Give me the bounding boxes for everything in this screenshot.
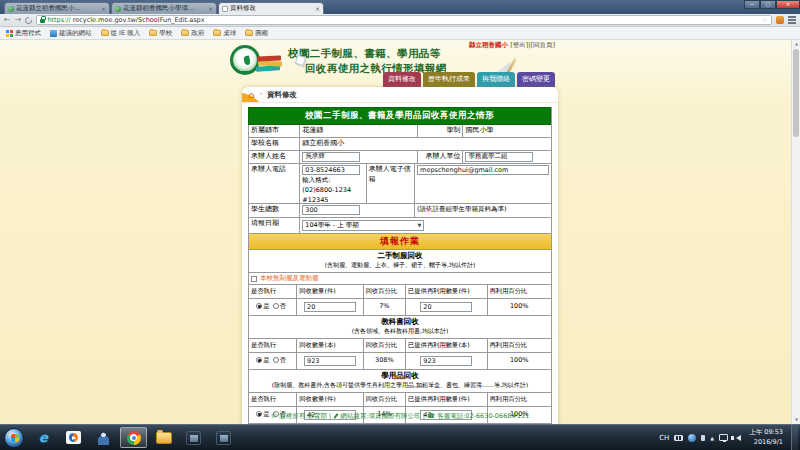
home-icon[interactable]: ⌂ — [248, 90, 254, 100]
bookmarks-bar: 應用程式 建議的網站 從 IE 匯入 學校 政府 桌球 圖鑑 — [0, 27, 800, 40]
contact-name-label: 承辦人姓名 — [249, 151, 300, 165]
radio-yes[interactable] — [256, 357, 262, 363]
section-note: (含各領域、各科教科用書,均以本計) — [251, 327, 549, 336]
window-controls: — ▢ ✕ — [744, 0, 800, 9]
school-type-label: 學制 — [418, 125, 463, 138]
scroll-down-icon[interactable]: ▼ — [792, 416, 800, 424]
bookmark-suggested-sites[interactable]: 建議的網站 — [50, 29, 92, 38]
students-note: (請依註冊組學生學籍資料為準) — [415, 204, 551, 218]
browser-tab-1[interactable]: 花蓮縣立稻香國民小... × — [4, 2, 110, 14]
logout-link[interactable]: [登出] — [510, 41, 528, 49]
ie-icon: e — [39, 430, 48, 445]
taskbar-clock[interactable]: 上午 09:53 2016/9/1 — [749, 428, 783, 448]
bookmark-folder-school[interactable]: 學校 — [149, 29, 172, 38]
row-period: 填報日期 104學年 - 上 學期 ▼ — [248, 218, 551, 234]
reload-icon[interactable] — [25, 17, 32, 24]
close-button[interactable]: ✕ — [776, 0, 800, 9]
scrollbar-thumb[interactable] — [793, 49, 799, 137]
email-input[interactable] — [417, 165, 549, 175]
col-exec: 是否執行 — [249, 285, 297, 299]
col-reuse: 已提供再利用數量(件) — [406, 285, 488, 299]
https-lock-icon[interactable] — [40, 19, 45, 23]
scroll-up-icon[interactable]: ▲ — [792, 40, 800, 48]
uniform-qty-input[interactable] — [304, 302, 356, 312]
back-icon[interactable]: ← — [4, 15, 11, 25]
page-viewport: 縣立稻香國小 [登出]|[回首頁] 校園二手制服、書籍、學用品等 回收再使用之執… — [0, 40, 800, 424]
bookmark-folder-gov[interactable]: 政府 — [181, 29, 204, 38]
address-bar[interactable]: https:// recycle.moe.gov.tw/SchoolFun_Ed… — [36, 15, 772, 25]
taskbar-explorer[interactable] — [150, 427, 177, 448]
nav-history-results[interactable]: 歷年執行成果 — [423, 72, 475, 87]
bookmark-folder-ie-import[interactable]: 從 IE 匯入 — [101, 29, 141, 38]
forward-icon[interactable]: → — [15, 15, 22, 25]
taskbar-app-dark-1[interactable] — [180, 427, 207, 448]
taskbar-ie[interactable]: e — [30, 427, 57, 448]
language-indicator[interactable]: CH — [659, 434, 669, 442]
section-note: (含制服、運動服、上衣、褲子、裙子、帽子等,均以件計) — [251, 261, 549, 270]
taskbar-chrome-active[interactable] — [120, 427, 147, 448]
radio-no[interactable] — [273, 357, 279, 363]
taskbar-app-dark-2[interactable] — [210, 427, 237, 448]
radio-no[interactable] — [273, 303, 279, 309]
speaker-icon[interactable] — [733, 435, 741, 441]
unit-input[interactable] — [465, 152, 533, 162]
contact-name-input[interactable] — [302, 152, 360, 162]
windows-taskbar: e CH ▲ 上午 09:53 2016/9/1 — [0, 424, 800, 450]
home-page-link[interactable]: [回首頁] — [530, 41, 555, 49]
nav-change-password[interactable]: 密碼變更 — [517, 72, 555, 87]
extension-icon[interactable] — [776, 16, 784, 24]
section-name: 教科書回收 — [251, 317, 549, 327]
report-section-title: 填報作業 — [248, 234, 551, 250]
nav-data-edit[interactable]: 資料修改 — [383, 72, 421, 87]
period-select[interactable]: 104學年 - 上 學期 ▼ — [302, 220, 424, 231]
user-greeting: 縣立稻香國小 [登出]|[回首頁] — [469, 41, 555, 50]
hamburger-menu-icon[interactable] — [788, 16, 796, 18]
footer-service-phone: 客服電話:02-6630-0668#111 — [437, 412, 529, 420]
bookmark-folder-pingpong[interactable]: 桌球 — [213, 29, 236, 38]
bookmark-folder-catalog[interactable]: 圖鑑 — [245, 29, 268, 38]
browser-tab-active[interactable]: 資料修改 × — [218, 2, 324, 14]
textbook-reuse-input[interactable] — [420, 356, 472, 366]
tab-close-icon[interactable]: × — [208, 5, 213, 12]
browser-tab-2[interactable]: 花蓮縣稻香國民小學環... × — [111, 2, 217, 14]
section-uniform-header: 二手制服回收 (含制服、運動服、上衣、褲子、裙子、帽子等,均以件計) — [248, 250, 551, 273]
taskbar-media-player[interactable] — [60, 427, 87, 448]
bookmark-label: 建議的網站 — [59, 29, 92, 38]
bookmark-apps[interactable]: 應用程式 — [6, 29, 41, 38]
footer-separator: | — [423, 412, 425, 420]
textbook-qty-input[interactable] — [304, 356, 356, 366]
page-scrollbar[interactable]: ▲ ▼ — [791, 40, 800, 424]
hidden-icons-arrow[interactable]: ▲ — [710, 435, 714, 441]
textbook-pct: 308% — [364, 353, 406, 370]
radio-yes[interactable] — [256, 303, 262, 309]
show-desktop-button[interactable] — [791, 425, 798, 450]
site-title-line1: 校園二手制服、書籍、學用品等 — [288, 47, 447, 61]
maximize-button[interactable]: ▢ — [760, 0, 776, 9]
folder-icon — [101, 30, 109, 36]
tab-close-icon[interactable]: × — [101, 5, 106, 12]
minimize-button[interactable]: — — [744, 0, 760, 9]
students-input[interactable] — [302, 205, 360, 215]
tab-close-icon[interactable]: × — [315, 5, 320, 12]
nav-contact[interactable]: 與我聯絡 — [477, 72, 515, 87]
bookmark-star-icon[interactable]: ☆ — [762, 16, 768, 24]
yes-label: 是 — [263, 302, 270, 310]
keyboard-icon[interactable] — [674, 435, 683, 441]
bookmark-label: 從 IE 匯入 — [111, 29, 141, 38]
taskbar-app[interactable] — [90, 427, 117, 448]
bookmark-label: 學校 — [159, 29, 172, 38]
no-label: 否 — [280, 302, 287, 310]
col-pct: 回收百分比 — [364, 393, 406, 407]
folder-icon — [149, 30, 157, 36]
uniform-reuse-input[interactable] — [420, 302, 472, 312]
col-reuse-pct: 再利用百分比 — [488, 339, 551, 353]
clock-date: 2016/9/1 — [749, 438, 783, 448]
no-uniform-checkbox[interactable] — [251, 276, 257, 282]
tray-small-icon[interactable] — [701, 435, 705, 441]
phone-input[interactable] — [302, 165, 360, 175]
network-icon[interactable] — [719, 434, 728, 441]
phone-label: 承辦人電話 — [249, 164, 300, 204]
textbook-exec-cell: 是否 — [249, 353, 297, 370]
start-button[interactable] — [4, 428, 24, 448]
tray-blue-icon[interactable] — [688, 434, 696, 442]
